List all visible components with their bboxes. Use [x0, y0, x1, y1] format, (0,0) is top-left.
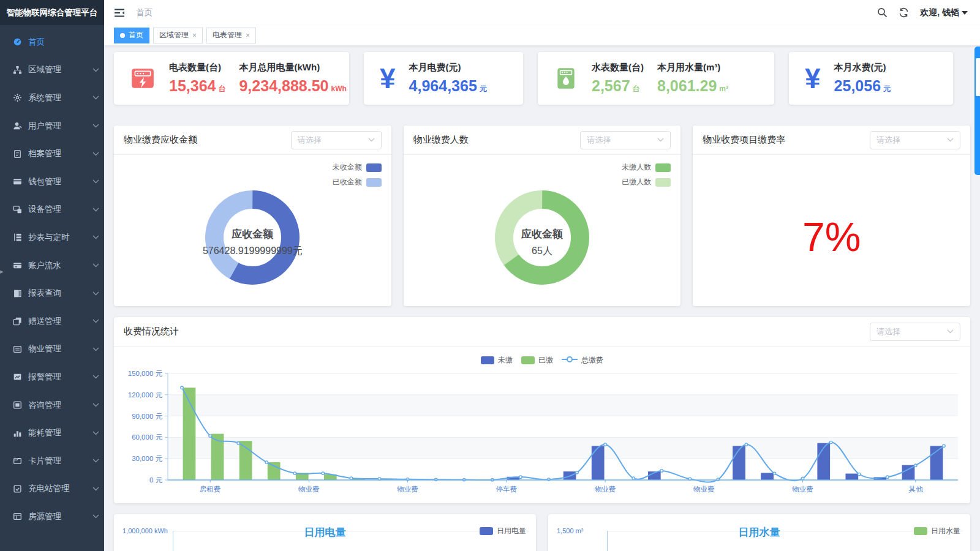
card-icon	[13, 456, 22, 465]
stat-card-water-fee: ¥本月水费(元)25,056元	[789, 52, 953, 105]
select-placeholder: 请选择	[587, 135, 611, 146]
stat-metric-value: 25,056	[834, 77, 881, 94]
sidebar-collapse-handle[interactable]: ▸	[0, 268, 4, 276]
payment-rate-value: 7%	[693, 214, 970, 260]
sidebar-item-energy[interactable]: 能耗管理	[0, 419, 104, 447]
sidebar-item-charging[interactable]: 充电站管理	[0, 475, 104, 503]
close-icon[interactable]: ×	[246, 32, 250, 39]
chart-title: 日用水量	[548, 525, 970, 539]
stat-metric-unit: 元	[480, 84, 487, 93]
user-menu[interactable]: 欢迎, 钱韬	[920, 7, 968, 18]
sidebar-item-property[interactable]: 物业管理	[0, 335, 104, 364]
sidebar-item-alarm[interactable]: 报警管理	[0, 363, 104, 391]
stat-card-electricity: 电表数量(台)15,364台本月总用电量(kWh)9,234,888.50kWh	[114, 52, 349, 105]
stat-metric-label: 本月总用电量(kWh)	[239, 62, 346, 73]
sidebar-item-report[interactable]: 报表查询	[0, 279, 104, 307]
account-flow-icon	[13, 261, 22, 270]
stat-card-water: 水表数量(台)2,567台本月用水量(m³)8,061.29m³	[538, 52, 774, 105]
stat-metric-value-row: 2,567台	[592, 77, 644, 95]
sidebar-item-wallet[interactable]: 钱包管理	[0, 168, 104, 196]
stat-metric-label: 水表数量(台)	[592, 62, 644, 73]
chevron-down-icon	[92, 208, 99, 212]
filter-select[interactable]: 请选择	[870, 131, 960, 149]
sidebar-item-account-flow[interactable]: 账户流水	[0, 252, 104, 280]
screen: 智能物联网综合管理平台 首页区域管理系统管理用户管理档案管理钱包管理设备管理抄表…	[0, 0, 980, 551]
svg-text:30,000 元: 30,000 元	[132, 455, 162, 462]
tab-bar: 首页区域管理×电表管理×	[104, 25, 980, 46]
filter-select[interactable]: 请选择	[291, 131, 382, 149]
filter-select[interactable]: 请选择	[870, 323, 960, 341]
legend-item[interactable]: 已收金额	[333, 177, 382, 187]
stat-metric-value: 9,234,888.50	[239, 77, 328, 94]
stat-metric: 本月用水量(m³)8,061.29m³	[657, 62, 728, 95]
tab-electric-meter[interactable]: 电表管理×	[206, 28, 256, 43]
app-title: 智能物联网综合管理平台	[0, 0, 104, 25]
dashboard-icon	[13, 37, 22, 47]
tab-area[interactable]: 区域管理×	[153, 28, 203, 43]
close-icon[interactable]: ×	[192, 32, 197, 39]
yuan-icon: ¥	[380, 64, 396, 92]
consult-icon	[13, 400, 22, 410]
legend-swatch	[655, 163, 671, 172]
chart-legend: 日用水量	[914, 526, 960, 536]
sidebar-item-label: 钱包管理	[28, 176, 92, 187]
svg-text:120,000 元: 120,000 元	[128, 391, 163, 399]
hamburger-icon[interactable]	[114, 8, 125, 18]
chevron-down-icon	[947, 138, 954, 142]
legend-item[interactable]: 日用电量	[480, 526, 526, 536]
chart-legend: 未缴人数已缴人数	[622, 162, 671, 187]
sidebar-item-consult[interactable]: 咨询管理	[0, 391, 104, 419]
sidebar-item-label: 报表查询	[28, 288, 92, 299]
sidebar-item-meter-reading[interactable]: 抄表与定时	[0, 223, 104, 252]
legend-label: 日用电量	[497, 526, 526, 536]
content-area: 电表数量(台)15,364台本月总用电量(kWh)9,234,888.50kWh…	[104, 47, 980, 551]
donut-center-value: 576428.9199999999元	[114, 245, 391, 258]
legend-item[interactable]: 总缴费	[562, 355, 603, 365]
legend-swatch	[655, 178, 671, 187]
legend-item[interactable]: 未缴	[481, 355, 513, 365]
chevron-down-icon	[92, 124, 99, 128]
refresh-icon[interactable]	[899, 7, 909, 18]
svg-text:停车费: 停车费	[496, 485, 518, 493]
legend-item[interactable]: 未缴人数	[622, 162, 671, 173]
chart-legend: 日用电量	[480, 526, 526, 536]
sidebar-item-card[interactable]: 卡片管理	[0, 447, 104, 475]
charging-icon	[13, 484, 22, 493]
legend-label: 已收金额	[333, 177, 362, 187]
combo-chart: 0 元30,000 元60,000 元90,000 元120,000 元150,…	[114, 367, 970, 498]
legend-item[interactable]: 日用水量	[914, 526, 960, 536]
water-meter-icon	[554, 66, 578, 91]
sidebar-menu: 首页区域管理系统管理用户管理档案管理钱包管理设备管理抄表与定时账户流水报表查询赠…	[0, 25, 104, 531]
sidebar-item-area[interactable]: 区域管理	[0, 56, 104, 84]
stat-metric-value: 15,364	[169, 77, 216, 94]
wallet-icon	[13, 177, 22, 186]
filter-select[interactable]: 请选择	[580, 131, 671, 149]
sidebar-item-system[interactable]: 系统管理	[0, 84, 104, 112]
sidebar-item-gift[interactable]: 赠送管理	[0, 307, 104, 335]
chevron-down-icon	[92, 375, 99, 379]
svg-text:房租费: 房租费	[200, 485, 221, 493]
right-edge-drawer[interactable]	[974, 47, 980, 175]
sidebar: 智能物联网综合管理平台 首页区域管理系统管理用户管理档案管理钱包管理设备管理抄表…	[0, 0, 104, 551]
chart-legend: 未收金额已收金额	[333, 162, 382, 187]
sidebar-item-label: 账户流水	[28, 260, 92, 271]
search-icon[interactable]	[877, 7, 888, 18]
sidebar-item-user[interactable]: 用户管理	[0, 112, 104, 140]
svg-text:物业费: 物业费	[792, 485, 813, 493]
legend-label: 未缴	[498, 355, 513, 365]
stat-card-electricity-fee: ¥本月电费(元)4,964,365元	[364, 52, 523, 105]
tab-home[interactable]: 首页	[114, 28, 149, 43]
donut-center-value: 65人	[404, 245, 681, 258]
panel-header: 物业收费项目缴费率请选择	[693, 126, 970, 155]
legend-item[interactable]: 未收金额	[333, 162, 382, 173]
legend-item[interactable]: 已缴	[521, 355, 553, 365]
alarm-icon	[13, 372, 22, 381]
sidebar-item-archive[interactable]: 档案管理	[0, 140, 104, 168]
chart-legend: 未缴已缴总缴费	[114, 347, 970, 367]
electric-meter-icon	[130, 66, 156, 91]
sidebar-item-housing[interactable]: 房源管理	[0, 503, 104, 531]
sidebar-item-label: 设备管理	[28, 204, 92, 215]
legend-item[interactable]: 已缴人数	[622, 177, 671, 187]
sidebar-item-home[interactable]: 首页	[0, 28, 104, 56]
sidebar-item-device[interactable]: 设备管理	[0, 196, 104, 224]
